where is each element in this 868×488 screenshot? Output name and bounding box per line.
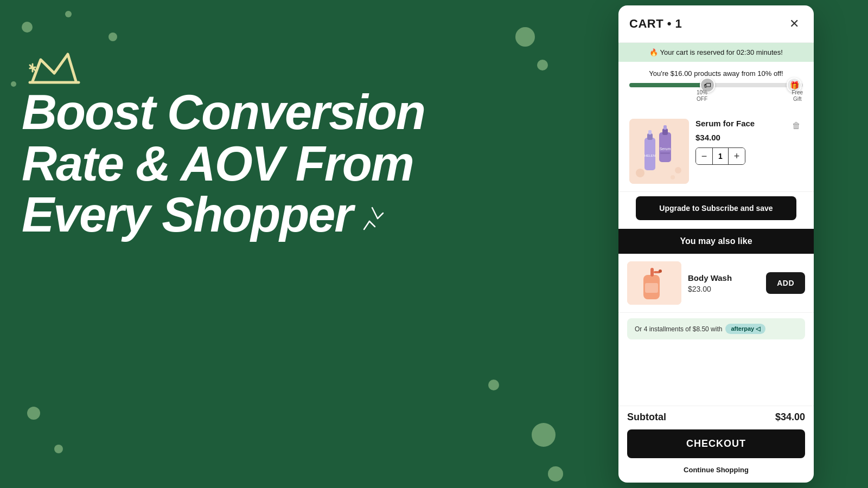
add-to-cart-button[interactable]: ADD [766, 272, 805, 294]
svg-rect-26 [645, 283, 658, 293]
cart-body: You're $16.00 products away from 10% off… [618, 62, 814, 406]
sparkle-icon [356, 189, 386, 241]
cart-title: CART • 1 [629, 17, 682, 31]
afterpay-section: Or 4 installments of $8.50 with afterpay… [627, 318, 805, 339]
label-gift: FreeGift [792, 89, 803, 102]
svg-line-5 [378, 213, 383, 219]
cart-header: CART • 1 ✕ [618, 5, 814, 43]
svg-line-6 [364, 221, 369, 229]
hero-title: Boost Conversion Rate & AOV From Every S… [22, 87, 510, 241]
quantity-decrease[interactable]: − [696, 148, 712, 164]
product-details: Serum for Face 🗑 $34.00 − 1 + [695, 119, 803, 165]
serum-svg: Serum HELEN [629, 119, 689, 184]
subtotal-label: Subtotal [627, 412, 666, 423]
quantity-control: − 1 + [695, 147, 745, 165]
product-price: $34.00 [695, 133, 803, 142]
progress-bar: 🏷 🎁 [629, 83, 803, 87]
product-image: Serum HELEN [629, 119, 689, 184]
svg-rect-23 [650, 268, 654, 277]
svg-point-20 [671, 175, 675, 179]
hero-line2: Rate & AOV From [22, 138, 510, 190]
upsell-name: Body Wash [688, 273, 760, 282]
close-button[interactable]: ✕ [786, 15, 803, 33]
upsell-details: Body Wash $23.00 [688, 273, 760, 293]
progress-section: You're $16.00 products away from 10% off… [618, 62, 814, 111]
svg-rect-11 [663, 125, 667, 130]
reservation-banner: 🔥 Your cart is reserved for 02:30 minute… [618, 43, 814, 62]
cart-panel: CART • 1 ✕ 🔥 Your cart is reserved for 0… [618, 5, 814, 483]
upsell-price: $23.00 [688, 285, 760, 293]
subscribe-section: Upgrade to Subscribe and save [618, 192, 814, 229]
svg-line-4 [372, 208, 378, 219]
quantity-value: 1 [712, 148, 729, 164]
label-10off: 10%OFF [697, 89, 707, 102]
upsell-header: You may also like [618, 229, 814, 254]
subscribe-button[interactable]: Upgrade to Subscribe and save [636, 196, 796, 220]
hero-line3: Every Shopper [22, 189, 510, 241]
subtotal-row: Subtotal $34.00 [627, 412, 805, 423]
afterpay-badge: afterpay ◁ [725, 324, 765, 334]
hero-line1: Boost Conversion [22, 87, 510, 138]
svg-point-18 [636, 169, 644, 177]
delete-button[interactable]: 🗑 [790, 119, 803, 133]
svg-rect-13 [660, 152, 670, 154]
cart-item: Serum HELEN Serum for Face 🗑 [618, 111, 814, 192]
upsell-image [627, 261, 681, 305]
hero-section: Boost Conversion Rate & AOV From Every S… [22, 54, 510, 241]
svg-rect-16 [648, 130, 652, 134]
product-name: Serum for Face [695, 119, 755, 128]
checkout-button[interactable]: CHECKOUT [627, 429, 805, 458]
subtotal-value: $34.00 [775, 412, 805, 423]
upsell-item: Body Wash $23.00 ADD [618, 254, 814, 313]
progress-fill [629, 83, 707, 87]
svg-text:HELEN: HELEN [644, 154, 655, 157]
bodywash-svg [627, 261, 681, 305]
quantity-increase[interactable]: + [729, 148, 745, 164]
svg-point-19 [675, 167, 681, 174]
continue-shopping-link[interactable]: Continue Shopping [627, 464, 805, 476]
svg-point-25 [659, 269, 662, 273]
cart-footer: Subtotal $34.00 CHECKOUT Continue Shoppi… [618, 406, 814, 483]
progress-text: You're $16.00 products away from 10% off… [629, 69, 803, 78]
svg-text:Serum: Serum [660, 147, 671, 151]
svg-line-7 [369, 221, 375, 227]
